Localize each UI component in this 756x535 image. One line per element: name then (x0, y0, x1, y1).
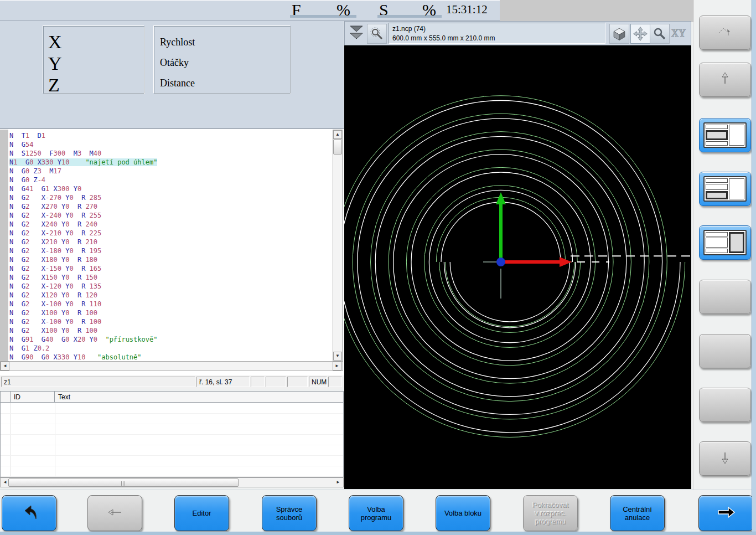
gcode-line[interactable]: N G2 X240 Y0 R 240 (9, 220, 330, 229)
gcode-line[interactable]: N G90 G0 X330 Y10 "absolutně" (9, 353, 330, 361)
layout-middle-icon (703, 122, 747, 148)
gcode-line-highlighted[interactable]: N1 G0 X330 Y10 "najetí pod úhlem" (9, 158, 330, 167)
gcode-line[interactable]: N G2 X-210 Y0 R 225 (9, 229, 330, 238)
gcode-line[interactable]: N G2 X100 Y0 R 100 (9, 308, 330, 317)
toolbar-button-label: Pokračovat v rozprac. programu (532, 501, 568, 526)
toolbar-button-label: Centrální anulace (623, 505, 652, 522)
axis-label-z: Z (48, 74, 144, 96)
gcode-line[interactable]: N G0 Z-4 (9, 176, 330, 184)
softkey-blank[interactable] (699, 280, 751, 314)
editor-gutter (0, 130, 9, 361)
table-row[interactable] (1, 466, 343, 477)
gcode-line[interactable]: N G2 X-270 Y0 R 285 (9, 193, 330, 202)
table-row[interactable] (1, 424, 343, 435)
table-row[interactable] (1, 445, 343, 456)
toolbar-button-label: Správce souborů (276, 505, 303, 522)
move-icon[interactable] (630, 24, 650, 44)
clock: 15:31:12 (446, 3, 488, 17)
arrow-up-icon (721, 72, 729, 88)
table-row[interactable] (1, 413, 343, 424)
editor-hscrollbar[interactable]: ◄ ► (0, 361, 343, 371)
softkey-layout-middle-icon[interactable] (699, 118, 751, 152)
layout-bottom-icon (703, 176, 747, 202)
block-select-button[interactable]: Volba bloku (436, 495, 490, 531)
value-label: Distance (160, 73, 290, 94)
zoom-icon[interactable] (650, 24, 670, 44)
gcode-line[interactable]: N G1 Z0.2 (9, 344, 330, 353)
table-row[interactable] (1, 455, 343, 466)
left-button[interactable] (87, 495, 142, 531)
cube-icon[interactable] (609, 24, 629, 44)
gcode-line[interactable]: N G2 X-100 Y0 R 100 (9, 317, 330, 326)
gcode-editor[interactable]: N T1 D1N G54N S1250 F300 M3 M40N1 G0 X33… (0, 128, 344, 376)
gcode-line[interactable]: N G2 X150 Y0 R 150 (9, 273, 330, 282)
gcode-line[interactable]: N G2 X210 Y0 R 210 (9, 238, 330, 246)
double-down-icon[interactable] (347, 24, 366, 43)
editor-vscrollbar[interactable]: ▲ ▼ (333, 130, 343, 362)
graphics-dimensions: 600.0 mm x 555.0 mm x 210.0 mm (392, 34, 605, 43)
editor-button[interactable]: Editor (174, 495, 229, 531)
softkey-arrow-down-icon[interactable] (699, 441, 751, 476)
gcode-line[interactable]: N S1250 F300 M3 M40 (9, 149, 330, 158)
gcode-line[interactable]: N G2 X270 Y0 R 270 (9, 202, 330, 211)
feed-percent: % (336, 1, 350, 19)
status-cell-2 (266, 377, 286, 387)
central-reset-button[interactable]: Centrální anulace (610, 495, 665, 531)
editor-vscroll-thumb[interactable] (333, 139, 342, 155)
softkey-layout-right-icon[interactable] (699, 225, 751, 260)
table-hscroll-thumb[interactable] (8, 479, 239, 487)
gcode-line[interactable]: N G2 X-100 Y0 R 110 (9, 300, 330, 308)
gcode-line[interactable]: N G2 X-180 Y0 R 195 (9, 246, 330, 255)
graphics-toolbar: z1.ncp (74) 600.0 mm x 555.0 mm x 210.0 … (344, 21, 691, 45)
table-row[interactable] (1, 434, 343, 445)
table-header-id: ID (11, 392, 55, 403)
gcode-text[interactable]: N T1 D1N G54N S1250 F300 M3 M40N1 G0 X33… (9, 131, 330, 361)
value-label: Rychlost (160, 32, 290, 53)
status-cell-4 (328, 377, 342, 387)
arrow-left-icon (108, 508, 122, 518)
status-cursor-position: ř. 16, sl. 37 (196, 377, 250, 387)
gcode-line[interactable]: N G41 G1 X300 Y0 (9, 184, 330, 193)
zoom-select-icon[interactable] (367, 24, 387, 44)
gcode-line[interactable]: N G2 X100 Y0 R 100 (9, 326, 330, 335)
gcode-line[interactable]: N G2 X120 Y0 R 120 (9, 291, 330, 300)
table-header-marker (1, 392, 11, 403)
softkey-layout-bottom-icon[interactable] (699, 172, 751, 206)
file-manager-button[interactable]: Správce souborů (262, 495, 317, 531)
scroll-left-icon[interactable]: ◄ (1, 479, 9, 486)
table-hscrollbar[interactable]: ◄ ► (0, 477, 344, 487)
xy-icon[interactable]: XY (669, 24, 688, 43)
message-table: ID Text (0, 391, 344, 477)
scroll-left-icon[interactable]: ◄ (1, 362, 9, 371)
gcode-line[interactable]: N G0 Z3 M17 (9, 167, 330, 176)
axis-value-panel: XYZ RychlostOtáčkyDistance (0, 21, 344, 128)
graphics-file-title: z1.ncp (74) (392, 24, 605, 34)
scroll-up-icon[interactable]: ▲ (333, 130, 342, 139)
graphics-file-info: z1.ncp (74) 600.0 mm x 555.0 mm x 210.0 … (389, 23, 605, 44)
table-row[interactable] (1, 403, 343, 414)
axis-label-y: Y (48, 53, 144, 74)
gcode-line[interactable]: N T1 D1 (9, 131, 330, 140)
scroll-down-icon[interactable]: ▼ (333, 352, 342, 361)
cnc-control-screen: F % S % 15:31:12 XYZ RychlostOtáčkyDista… (0, 0, 756, 535)
layout-right-icon (703, 230, 747, 255)
forward-button[interactable] (698, 495, 753, 531)
gcode-line[interactable]: N G2 X-240 Y0 R 255 (9, 211, 330, 220)
toolpath-canvas[interactable] (344, 45, 691, 489)
toolbar-button-label: Editor (193, 509, 211, 517)
continue-program-button[interactable]: Pokračovat v rozprac. programu (523, 495, 578, 531)
scroll-right-icon[interactable]: ► (333, 362, 341, 371)
softkey-blank[interactable] (699, 334, 751, 368)
gcode-line[interactable]: N G2 X180 Y0 R 180 (9, 255, 330, 264)
back-button[interactable] (2, 495, 56, 531)
gcode-line[interactable]: N G54 (9, 140, 330, 149)
gcode-line[interactable]: N G91 G40 G0 X20 Y0 "přírustkově" (9, 335, 330, 344)
softkey-arrow-up-icon[interactable] (699, 63, 751, 97)
softkey-jump-arrow-icon[interactable] (699, 16, 751, 50)
scroll-right-icon[interactable]: ► (334, 479, 342, 486)
status-cell-1 (251, 377, 265, 387)
gcode-line[interactable]: N G2 X-150 Y0 R 165 (9, 264, 330, 273)
softkey-blank[interactable] (699, 388, 751, 422)
program-select-button[interactable]: Volba programu (349, 495, 403, 531)
gcode-line[interactable]: N G2 X-120 Y0 R 135 (9, 282, 330, 291)
